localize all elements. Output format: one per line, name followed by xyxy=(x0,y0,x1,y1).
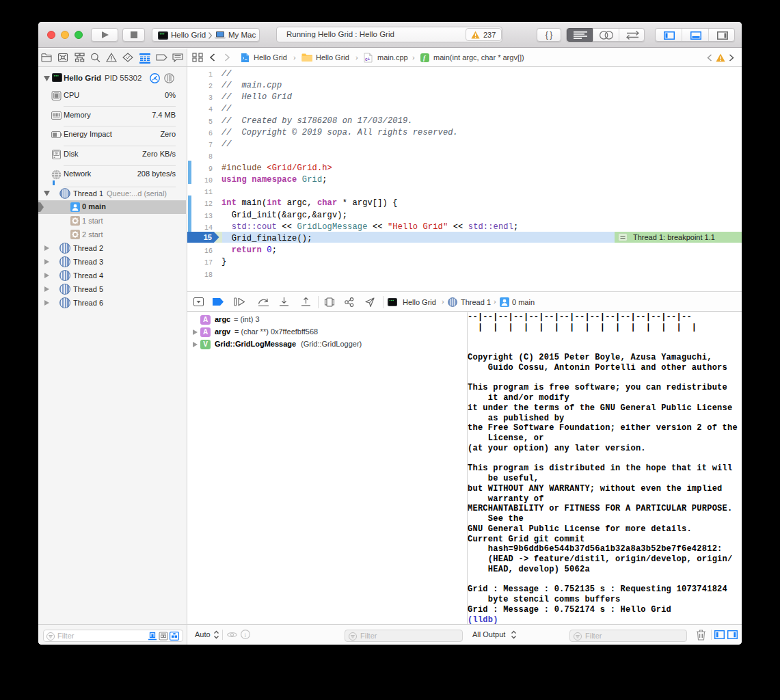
svg-text:i: i xyxy=(245,632,247,638)
svg-text:c+: c+ xyxy=(365,57,371,62)
